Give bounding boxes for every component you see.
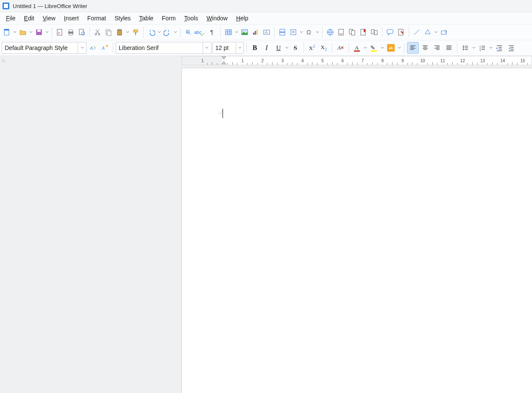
open-dropdown[interactable] [29,27,33,37]
insert-comment-button[interactable] [385,27,395,37]
redo-dropdown[interactable] [173,27,178,37]
show-draw-functions-button[interactable] [439,27,449,37]
menu-edit[interactable]: Edit [20,14,39,23]
decrease-indent-button[interactable] [506,42,517,53]
strikethrough-button[interactable]: S [290,42,301,53]
paragraph-style-dropdown[interactable] [78,42,86,53]
paragraph-style-combo[interactable]: Default Paragraph Style [2,42,86,54]
track-changes-button[interactable] [396,27,406,37]
ordered-list-dropdown[interactable] [489,43,493,53]
unordered-list-dropdown[interactable] [472,43,476,53]
save-dropdown[interactable] [45,27,49,37]
highlight-color-dropdown[interactable] [380,43,384,53]
menu-file[interactable]: File [2,14,20,23]
paste-button[interactable] [114,27,125,37]
insert-table-button[interactable] [223,27,234,37]
font-name-combo[interactable]: Liberation Serif [116,42,212,54]
basic-shapes-dropdown[interactable] [434,27,438,37]
underline-button[interactable]: U [273,42,284,53]
menu-insert[interactable]: Insert [60,14,83,23]
horizontal-ruler[interactable]: 1123456789101112131415 [181,56,532,65]
svg-point-53 [463,49,464,50]
insert-symbol-button[interactable]: Ω [304,27,315,37]
character-highlighting-dropdown[interactable] [397,43,401,53]
basic-shapes-button[interactable] [423,27,433,37]
print-preview-button[interactable] [77,27,87,37]
insert-bookmark-button[interactable] [358,27,368,37]
font-size-dropdown[interactable] [236,42,243,53]
subscript-button[interactable]: X2 [318,42,329,53]
clone-formatting-button[interactable] [131,27,141,37]
new-dropdown[interactable] [13,27,17,37]
italic-button[interactable]: I [261,42,272,53]
insert-endnote-button[interactable] [347,27,357,37]
svg-point-51 [463,46,464,47]
align-left-button[interactable] [407,42,419,54]
font-color-button[interactable]: A [351,42,362,53]
export-pdf-button[interactable]: P [55,27,65,37]
align-justify-button[interactable] [443,42,454,53]
ordered-list-button[interactable]: 123 [477,42,488,53]
menu-help[interactable]: Help [232,14,253,23]
svg-text:P: P [58,32,60,35]
undo-button[interactable] [146,27,156,37]
clear-formatting-button[interactable]: A [335,42,346,53]
document-page[interactable] [181,68,532,393]
menu-window[interactable]: Window [202,14,232,23]
underline-dropdown[interactable] [285,43,289,53]
increase-indent-button[interactable] [494,42,505,53]
insert-textbox-button[interactable]: A [262,27,272,37]
standard-toolbar: P A abc ¶ A Ω [0,25,532,40]
insert-image-button[interactable] [240,27,250,37]
svg-text:✦: ✦ [105,44,109,48]
toolbar-sep [348,43,349,53]
find-replace-button[interactable]: A [183,27,193,37]
insert-symbol-dropdown[interactable] [315,27,320,37]
insert-chart-button[interactable] [251,27,261,37]
svg-rect-17 [134,30,138,32]
menu-format[interactable]: Format [83,14,110,23]
insert-hyperlink-button[interactable] [325,27,335,37]
ruler-corner-icon: ∟ [2,57,7,63]
undo-dropdown[interactable] [157,27,162,37]
svg-rect-39 [371,30,374,34]
insert-field-dropdown[interactable] [299,27,304,37]
save-button[interactable] [34,27,44,37]
align-center-button[interactable] [420,42,431,53]
new-button[interactable] [2,27,12,37]
open-button[interactable] [18,27,28,37]
menu-view[interactable]: View [39,14,60,23]
font-color-dropdown[interactable] [363,43,368,53]
unordered-list-button[interactable] [460,42,471,53]
cut-button[interactable] [92,27,103,37]
menu-form[interactable]: Form [158,14,180,23]
font-size-combo[interactable]: 12 pt [212,42,244,54]
align-right-button[interactable] [432,42,443,53]
bold-button[interactable]: B [249,42,260,53]
character-highlighting-button[interactable]: ab [385,42,396,53]
insert-table-dropdown[interactable] [234,27,239,37]
insert-cross-reference-button[interactable] [369,27,379,37]
print-button[interactable] [66,27,76,37]
font-name-dropdown[interactable] [203,42,211,53]
svg-rect-49 [354,50,360,52]
update-style-button[interactable]: A [87,42,98,53]
insert-page-break-button[interactable] [277,27,287,37]
new-style-button[interactable]: A✦ [99,42,110,53]
insert-footnote-button[interactable] [336,27,346,37]
menu-styles[interactable]: Styles [110,14,135,23]
redo-button[interactable] [162,27,173,37]
menu-table[interactable]: Table [135,14,157,23]
superscript-button[interactable]: X2 [306,42,318,53]
toolbar-sep [246,43,247,53]
paste-dropdown[interactable] [125,27,130,37]
paragraph-style-value: Default Paragraph Style [2,44,78,51]
copy-button[interactable] [103,27,114,37]
insert-field-button[interactable] [288,27,298,37]
highlight-color-button[interactable] [368,42,379,53]
insert-line-button[interactable] [412,27,422,37]
menu-tools[interactable]: Tools [180,14,202,23]
svg-text:A: A [355,44,359,51]
formatting-marks-button[interactable]: ¶ [208,27,218,37]
spellcheck-button[interactable]: abc [194,27,207,37]
